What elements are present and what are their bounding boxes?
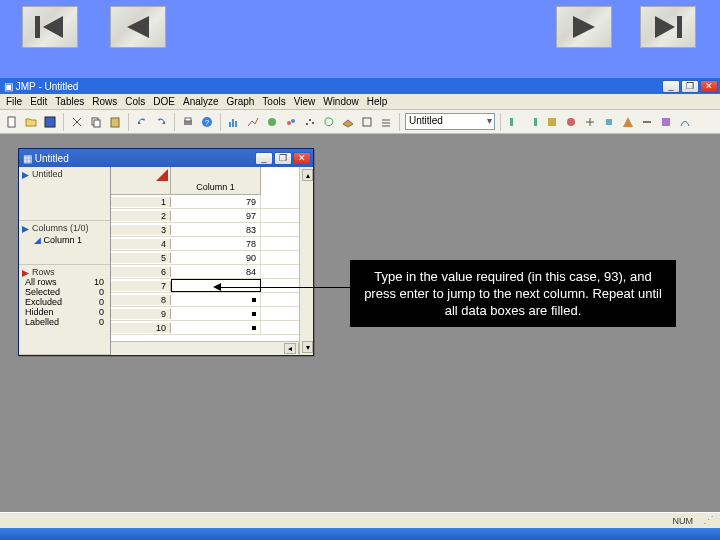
app-titlebar: ▣ JMP - Untitled _ ❐ ✕ <box>0 78 720 94</box>
inner-minimize-button[interactable]: _ <box>255 152 273 165</box>
svg-rect-15 <box>229 122 231 127</box>
contour-icon[interactable] <box>321 114 337 130</box>
dist-icon[interactable] <box>226 114 242 130</box>
tool-b-icon[interactable] <box>378 114 394 130</box>
chart-icon[interactable] <box>264 114 280 130</box>
tools7-icon[interactable] <box>658 114 674 130</box>
table-info-section: Untitled <box>19 167 110 221</box>
row-header[interactable]: 1 <box>111 197 171 207</box>
nav-first-button[interactable] <box>22 6 78 48</box>
menu-tools[interactable]: Tools <box>262 96 285 107</box>
data-table-window: ▦ Untitled _ ❐ ✕ Untitled <box>18 148 314 356</box>
menu-edit[interactable]: Edit <box>30 96 47 107</box>
svg-rect-12 <box>185 118 191 121</box>
open-icon[interactable] <box>23 114 39 130</box>
inner-maximize-button[interactable]: ❐ <box>274 152 292 165</box>
row-header[interactable]: 6 <box>111 267 171 277</box>
tools8-icon[interactable] <box>677 114 693 130</box>
new-icon[interactable] <box>4 114 20 130</box>
copy-icon[interactable] <box>88 114 104 130</box>
sheet-corner[interactable] <box>111 167 171 195</box>
cell[interactable]: 78 <box>171 237 261 250</box>
tools2-icon[interactable] <box>563 114 579 130</box>
inner-close-button[interactable]: ✕ <box>293 152 311 165</box>
cell[interactable]: 83 <box>171 223 261 236</box>
columns-section: Columns (1/0) ◢ Column 1 <box>19 221 110 265</box>
app-title: JMP - Untitled <box>16 81 79 92</box>
menu-doe[interactable]: DOE <box>153 96 175 107</box>
undo-icon[interactable] <box>134 114 150 130</box>
cell[interactable]: 97 <box>171 209 261 222</box>
menu-file[interactable]: File <box>6 96 22 107</box>
save-icon[interactable] <box>42 114 58 130</box>
tools5-icon[interactable] <box>620 114 636 130</box>
table-row: 478 <box>111 237 312 251</box>
disclosure-icon[interactable] <box>22 269 29 276</box>
minimize-button[interactable]: _ <box>662 80 680 93</box>
vertical-scrollbar[interactable]: ▴ ▾ <box>299 167 313 355</box>
cell[interactable]: 90 <box>171 251 261 264</box>
row-header[interactable]: 9 <box>111 309 171 319</box>
menu-window[interactable]: Window <box>323 96 359 107</box>
align-l-icon[interactable] <box>506 114 522 130</box>
table-row: 297 <box>111 209 312 223</box>
scroll-left-icon[interactable]: ◂ <box>284 343 296 354</box>
nav-next-button[interactable] <box>556 6 612 48</box>
resize-grip-icon[interactable]: ⋰ <box>703 514 712 527</box>
disclosure-icon[interactable] <box>22 225 29 232</box>
row-header[interactable]: 7 <box>111 281 171 291</box>
row-header[interactable]: 2 <box>111 211 171 221</box>
tools6-icon[interactable] <box>639 114 655 130</box>
cell[interactable] <box>171 307 261 320</box>
cell[interactable]: 84 <box>171 265 261 278</box>
print-icon[interactable] <box>180 114 196 130</box>
scatter-icon[interactable] <box>302 114 318 130</box>
row-header[interactable]: 5 <box>111 253 171 263</box>
maximize-button[interactable]: ❐ <box>681 80 699 93</box>
cut-icon[interactable] <box>69 114 85 130</box>
row-header[interactable]: 4 <box>111 239 171 249</box>
cell[interactable] <box>171 321 261 334</box>
windows-taskbar[interactable] <box>0 528 720 540</box>
cell[interactable]: 79 <box>171 195 261 208</box>
horizontal-scrollbar[interactable]: ◂ ▸ <box>111 341 312 355</box>
svg-marker-33 <box>22 172 29 179</box>
side-panel: Untitled Columns (1/0) ◢ Column 1 <box>19 167 111 355</box>
menu-rows[interactable]: Rows <box>92 96 117 107</box>
surface-icon[interactable] <box>340 114 356 130</box>
menu-cols[interactable]: Cols <box>125 96 145 107</box>
redo-icon[interactable] <box>153 114 169 130</box>
tools3-icon[interactable] <box>582 114 598 130</box>
nav-prev-button[interactable] <box>110 6 166 48</box>
menu-view[interactable]: View <box>294 96 316 107</box>
column-name[interactable]: Column 1 <box>44 235 83 245</box>
instruction-callout: Type in the value required (in this case… <box>350 260 676 327</box>
cell[interactable] <box>171 293 261 306</box>
row-header[interactable]: 10 <box>111 323 171 333</box>
align-r-icon[interactable] <box>525 114 541 130</box>
menu-tables[interactable]: Tables <box>55 96 84 107</box>
tools1-icon[interactable] <box>544 114 560 130</box>
close-button[interactable]: ✕ <box>700 80 718 93</box>
menu-analyze[interactable]: Analyze <box>183 96 219 107</box>
column-header[interactable]: Column 1 <box>171 167 261 195</box>
paste-icon[interactable] <box>107 114 123 130</box>
window-select-combo[interactable]: Untitled <box>405 113 495 130</box>
fit-icon[interactable] <box>245 114 261 130</box>
scroll-down-icon[interactable]: ▾ <box>302 341 313 353</box>
menu-graph[interactable]: Graph <box>227 96 255 107</box>
table-row: 684 <box>111 265 312 279</box>
menu-help[interactable]: Help <box>367 96 388 107</box>
disclosure-icon[interactable] <box>22 171 29 178</box>
help-icon[interactable]: ? <box>199 114 215 130</box>
row-header[interactable]: 3 <box>111 225 171 235</box>
svg-point-21 <box>306 123 308 125</box>
corner-menu-icon <box>156 169 168 181</box>
row-header[interactable]: 8 <box>111 295 171 305</box>
nav-last-button[interactable] <box>640 6 696 48</box>
tools4-icon[interactable] <box>601 114 617 130</box>
tool-a-icon[interactable] <box>359 114 375 130</box>
scroll-up-icon[interactable]: ▴ <box>302 169 313 181</box>
overlay-icon[interactable] <box>283 114 299 130</box>
window-select-value: Untitled <box>409 115 443 126</box>
